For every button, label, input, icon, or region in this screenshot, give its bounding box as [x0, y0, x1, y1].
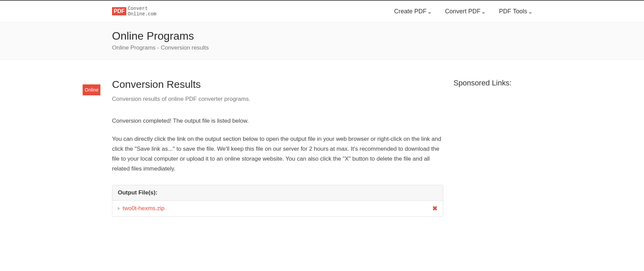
- file-link[interactable]: two0t-hexms.zip: [123, 205, 165, 212]
- delete-icon[interactable]: ✖: [432, 205, 437, 212]
- logo-line1: Convert: [128, 6, 156, 11]
- nav-label: Convert PDF: [445, 8, 480, 15]
- page-header-section: Online Programs Online Programs - Conver…: [0, 22, 644, 60]
- nav-pdf-tools[interactable]: PDF Tools: [499, 8, 532, 15]
- sponsored-heading: Sponsored Links:: [453, 79, 532, 87]
- nav-create-pdf[interactable]: Create PDF: [394, 8, 431, 15]
- page-title: Online Programs: [112, 30, 532, 42]
- logo[interactable]: PDF Convert Online.com: [112, 6, 156, 17]
- header: PDF Convert Online.com Create PDF Conver…: [112, 1, 532, 22]
- page-subtitle: Online Programs - Conversion results: [112, 44, 532, 51]
- chevron-down-icon: [529, 10, 532, 13]
- chevron-right-icon: [118, 207, 121, 210]
- online-badge: Online: [83, 84, 100, 95]
- output-panel-header: Output File(s):: [112, 185, 443, 201]
- main-content: Conversion Results Conversion results of…: [112, 79, 443, 217]
- sidebar: Sponsored Links:: [453, 79, 532, 217]
- instruction-text: You can directly click the link on the o…: [112, 134, 443, 174]
- chevron-down-icon: [428, 10, 431, 13]
- output-panel: Output File(s): two0t-hexms.zip ✖: [112, 185, 443, 217]
- output-row: two0t-hexms.zip ✖: [112, 201, 443, 216]
- section-subtext: Conversion results of online PDF convert…: [112, 96, 443, 103]
- logo-line2: Online.com: [128, 11, 156, 17]
- section-heading: Conversion Results: [112, 79, 443, 90]
- logo-badge: PDF: [112, 7, 126, 15]
- content-wrapper: Online Conversion Results Conversion res…: [112, 60, 532, 217]
- nav-label: PDF Tools: [499, 8, 527, 15]
- completion-text: Conversion completed! The output file is…: [112, 116, 443, 125]
- output-file: two0t-hexms.zip: [118, 205, 165, 212]
- nav-label: Create PDF: [394, 8, 426, 15]
- main-nav: Create PDF Convert PDF PDF Tools: [394, 8, 532, 15]
- nav-convert-pdf[interactable]: Convert PDF: [445, 8, 485, 15]
- logo-text: Convert Online.com: [128, 6, 156, 17]
- chevron-down-icon: [482, 10, 485, 13]
